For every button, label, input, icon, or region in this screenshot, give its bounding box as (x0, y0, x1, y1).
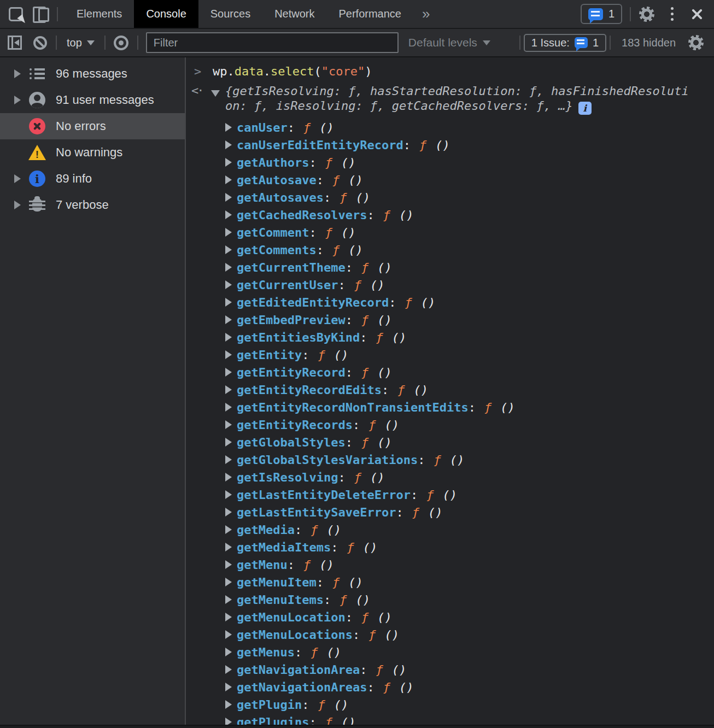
object-property-getMenuLocations[interactable]: getMenuLocations:ƒ() (186, 626, 714, 644)
sidebar-item-no-warnings[interactable]: No warnings (0, 139, 185, 166)
object-property-getEntitiesByKind[interactable]: getEntitiesByKind:ƒ() (186, 329, 714, 347)
expand-property-icon[interactable] (225, 613, 232, 621)
more-tabs-button[interactable]: » (413, 0, 438, 28)
expand-property-icon[interactable] (225, 263, 232, 272)
sidebar-item-96-messages[interactable]: 96 messages (0, 61, 185, 87)
object-property-canUser[interactable]: canUser:ƒ() (186, 119, 714, 137)
expand-arrow-icon[interactable] (14, 201, 21, 209)
execution-context-selector[interactable]: top (60, 37, 101, 49)
expand-property-icon[interactable] (225, 560, 232, 569)
tab-network[interactable]: Network (262, 0, 326, 28)
expand-property-icon[interactable] (225, 175, 232, 184)
log-levels-dropdown[interactable]: Default levels (408, 36, 490, 49)
object-property-getEditedEntityRecord[interactable]: getEditedEntityRecord:ƒ() (186, 294, 714, 312)
expand-property-icon[interactable] (225, 525, 232, 534)
object-property-getAutosave[interactable]: getAutosave:ƒ() (186, 172, 714, 189)
expand-property-icon[interactable] (225, 630, 232, 639)
expand-property-icon[interactable] (225, 473, 232, 482)
expand-property-icon[interactable] (225, 578, 232, 586)
expand-property-icon[interactable] (225, 648, 232, 656)
object-property-getEntityRecords[interactable]: getEntityRecords:ƒ() (186, 416, 714, 434)
expand-property-icon[interactable] (225, 210, 232, 219)
expand-property-icon[interactable] (225, 490, 232, 499)
expand-property-icon[interactable] (225, 385, 232, 394)
expand-property-icon[interactable] (225, 665, 232, 674)
object-property-getAutosaves[interactable]: getAutosaves:ƒ() (186, 189, 714, 207)
object-property-getCurrentTheme[interactable]: getCurrentTheme:ƒ() (186, 259, 714, 277)
console-messages-badge[interactable]: 1 (581, 4, 622, 24)
object-property-getComments[interactable]: getComments:ƒ() (186, 242, 714, 259)
sidebar-item-89-info[interactable]: 89 info (0, 166, 185, 192)
object-property-getNavigationArea[interactable]: getNavigationArea:ƒ() (186, 661, 714, 679)
object-property-getGlobalStylesVariations[interactable]: getGlobalStylesVariations:ƒ() (186, 451, 714, 469)
object-property-getEmbedPreview[interactable]: getEmbedPreview:ƒ() (186, 312, 714, 329)
expand-property-icon[interactable] (225, 140, 232, 149)
object-property-getMediaItems[interactable]: getMediaItems:ƒ() (186, 539, 714, 556)
info-badge-icon[interactable]: i (578, 102, 592, 115)
expand-property-icon[interactable] (225, 333, 232, 342)
object-property-getIsResolving[interactable]: getIsResolving:ƒ() (186, 469, 714, 486)
expand-property-icon[interactable] (225, 508, 232, 516)
object-property-getEntity[interactable]: getEntity:ƒ() (186, 347, 714, 364)
expand-property-icon[interactable] (225, 420, 232, 429)
object-property-getMenus[interactable]: getMenus:ƒ() (186, 644, 714, 661)
expand-property-icon[interactable] (225, 595, 232, 604)
object-property-getMedia[interactable]: getMedia:ƒ() (186, 521, 714, 539)
expand-property-icon[interactable] (225, 158, 232, 167)
object-property-getMenuLocation[interactable]: getMenuLocation:ƒ() (186, 609, 714, 626)
expand-property-icon[interactable] (225, 123, 232, 132)
expand-property-icon[interactable] (225, 683, 232, 691)
expand-property-icon[interactable] (225, 315, 232, 324)
expand-property-icon[interactable] (225, 700, 232, 709)
expand-property-icon[interactable] (225, 455, 232, 464)
object-property-getNavigationAreas[interactable]: getNavigationAreas:ƒ() (186, 679, 714, 696)
sidebar-item-91-user-messages[interactable]: 91 user messages (0, 87, 185, 113)
object-property-getMenuItem[interactable]: getMenuItem:ƒ() (186, 574, 714, 591)
settings-button[interactable] (634, 7, 659, 22)
expand-arrow-icon[interactable] (14, 69, 21, 78)
object-property-canUserEditEntityRecord[interactable]: canUserEditEntityRecord:ƒ() (186, 137, 714, 154)
expand-property-icon[interactable] (225, 298, 232, 307)
menu-button[interactable] (659, 13, 684, 15)
expand-property-icon[interactable] (225, 228, 232, 237)
inspect-element-button[interactable] (3, 0, 28, 28)
object-property-getComment[interactable]: getComment:ƒ() (186, 224, 714, 242)
object-property-getPlugin[interactable]: getPlugin:ƒ() (186, 696, 714, 714)
object-property-getMenuItems[interactable]: getMenuItems:ƒ() (186, 591, 714, 609)
object-property-getGlobalStyles[interactable]: getGlobalStyles:ƒ() (186, 434, 714, 451)
object-property-getLastEntitySaveError[interactable]: getLastEntitySaveError:ƒ() (186, 504, 714, 521)
clear-console-button[interactable] (27, 36, 52, 50)
object-property-getAuthors[interactable]: getAuthors:ƒ() (186, 154, 714, 172)
sidebar-item-no-errors[interactable]: No errors (0, 113, 185, 139)
expand-property-icon[interactable] (225, 403, 232, 412)
tab-sources[interactable]: Sources (198, 0, 262, 28)
expand-property-icon[interactable] (225, 193, 232, 202)
expand-property-icon[interactable] (225, 280, 232, 289)
filter-input[interactable] (146, 32, 399, 53)
object-property-getEntityRecordNonTransientEdits[interactable]: getEntityRecordNonTransientEdits:ƒ() (186, 399, 714, 416)
sidebar-item-7-verbose[interactable]: 7 verbose (0, 192, 185, 218)
object-property-getLastEntityDeleteError[interactable]: getLastEntityDeleteError:ƒ() (186, 486, 714, 504)
object-property-getCurrentUser[interactable]: getCurrentUser:ƒ() (186, 277, 714, 294)
expand-arrow-icon[interactable] (14, 174, 21, 183)
object-property-getEntityRecordEdits[interactable]: getEntityRecordEdits:ƒ() (186, 381, 714, 399)
object-property-getCachedResolvers[interactable]: getCachedResolvers:ƒ() (186, 207, 714, 224)
toggle-sidebar-button[interactable] (2, 36, 27, 50)
tab-performance[interactable]: Performance (327, 0, 414, 28)
device-toolbar-button[interactable] (28, 0, 54, 28)
expand-property-icon[interactable] (225, 245, 232, 254)
object-property-getEntityRecord[interactable]: getEntityRecord:ƒ() (186, 364, 714, 381)
console-settings-button[interactable] (683, 35, 709, 50)
tab-elements[interactable]: Elements (65, 0, 134, 28)
expand-property-icon[interactable] (225, 368, 232, 377)
tab-console[interactable]: Console (134, 0, 198, 28)
close-devtools-button[interactable] (684, 7, 710, 21)
issues-counter[interactable]: 1 Issue: 1 (524, 34, 606, 52)
expand-property-icon[interactable] (225, 543, 232, 551)
expand-property-icon[interactable] (225, 350, 232, 359)
expand-arrow-icon[interactable] (14, 96, 21, 104)
expand-property-icon[interactable] (225, 438, 232, 447)
collapse-object-icon[interactable] (211, 90, 220, 97)
object-property-getMenu[interactable]: getMenu:ƒ() (186, 556, 714, 574)
live-expression-button[interactable] (109, 36, 134, 50)
